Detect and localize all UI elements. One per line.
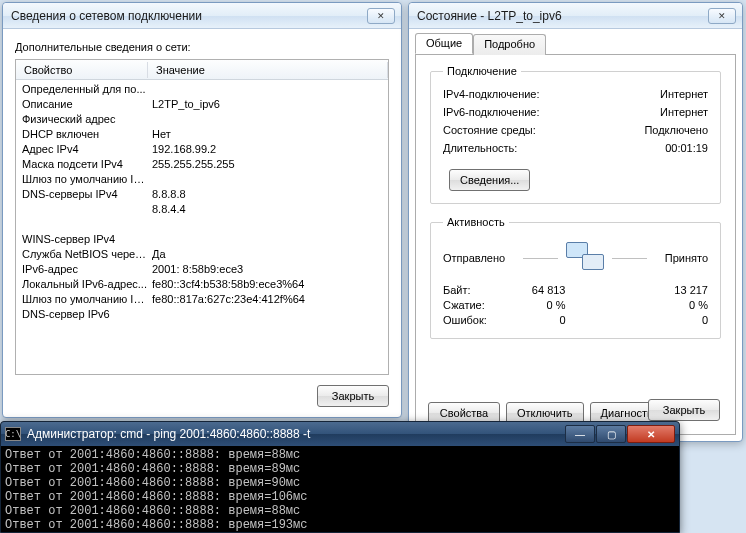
value-cell: fe80::3cf4:b538:58b9:ece3%64 — [148, 277, 388, 292]
property-cell: Шлюз по умолчанию IP... — [16, 172, 148, 187]
activity-legend: Активность — [443, 216, 509, 228]
value-cell: 8.8.4.4 — [148, 202, 388, 217]
window-title: Состояние - L2TP_to_ipv6 — [415, 9, 706, 23]
computers-icon — [564, 240, 606, 276]
errors-received: 0 — [646, 314, 709, 326]
maximize-icon[interactable]: ▢ — [596, 425, 626, 443]
cmd-title: Администратор: cmd - ping 2001:4860:4860… — [27, 427, 310, 441]
titlebar[interactable]: Состояние - L2TP_to_ipv6 ✕ — [409, 3, 742, 29]
connection-legend: Подключение — [443, 65, 521, 77]
tab-details[interactable]: Подробно — [473, 34, 546, 55]
property-cell: DNS-серверы IPv4 — [16, 187, 148, 202]
compression-label: Сжатие: — [443, 299, 513, 311]
property-cell: Маска подсети IPv4 — [16, 157, 148, 172]
table-row[interactable]: IPv6-адрес2001: 8:58b9:ece3 — [16, 262, 388, 277]
table-row[interactable]: DNS-серверы IPv48.8.8.8 — [16, 187, 388, 202]
value-cell: L2TP_to_ipv6 — [148, 97, 388, 112]
value-cell — [148, 82, 388, 97]
errors-sent: 0 — [513, 314, 576, 326]
media-value: Подключено — [593, 121, 708, 139]
ipv4-label: IPv4-подключение: — [443, 85, 593, 103]
table-row[interactable]: Физический адрес — [16, 112, 388, 127]
property-cell: Шлюз по умолчанию IP... — [16, 292, 148, 307]
close-icon[interactable]: ✕ — [367, 8, 395, 24]
bytes-label: Байт: — [443, 284, 513, 296]
value-cell: Нет — [148, 127, 388, 142]
value-cell — [148, 232, 388, 247]
property-cell — [16, 202, 148, 217]
duration-label: Длительность: — [443, 139, 593, 157]
table-row[interactable]: ОписаниеL2TP_to_ipv6 — [16, 97, 388, 112]
connection-group: Подключение IPv4-подключение:Интернет IP… — [430, 65, 721, 204]
property-cell: Служба NetBIOS через... — [16, 247, 148, 262]
close-button[interactable]: Закрыть — [317, 385, 389, 407]
property-cell: Физический адрес — [16, 112, 148, 127]
cmd-output: Ответ от 2001:4860:4860::8888: время=88м… — [1, 446, 679, 533]
property-cell: WINS-сервер IPv4 — [16, 232, 148, 247]
property-cell: Локальный IPv6-адрес... — [16, 277, 148, 292]
value-cell: 2001: 8:58b9:ece3 — [148, 262, 388, 277]
property-cell: Описание — [16, 97, 148, 112]
table-row[interactable]: Определенный для по... — [16, 82, 388, 97]
table-row[interactable]: WINS-сервер IPv4 — [16, 232, 388, 247]
list-header: Свойство Значение — [16, 60, 388, 80]
value-cell — [148, 172, 388, 187]
cmd-icon: C:\ — [5, 427, 21, 441]
window-title: Сведения о сетевом подключении — [9, 9, 365, 23]
value-cell: 8.8.8.8 — [148, 187, 388, 202]
status-window: Состояние - L2TP_to_ipv6 ✕ Общие Подробн… — [408, 2, 743, 442]
property-cell: IPv6-адрес — [16, 262, 148, 277]
ipv6-label: IPv6-подключение: — [443, 103, 593, 121]
cmd-window: C:\ Администратор: cmd - ping 2001:4860:… — [0, 421, 680, 533]
value-cell: fe80::817a:627c:23e4:412f%64 — [148, 292, 388, 307]
value-cell — [148, 307, 388, 322]
value-cell — [148, 112, 388, 127]
sent-label: Отправлено — [443, 252, 517, 264]
table-row[interactable]: Шлюз по умолчанию IP...fe80::817a:627c:2… — [16, 292, 388, 307]
property-cell: Определенный для по... — [16, 82, 148, 97]
value-cell: 192.168.99.2 — [148, 142, 388, 157]
minimize-icon[interactable]: — — [565, 425, 595, 443]
details-listbox: Свойство Значение Определенный для по...… — [15, 59, 389, 375]
network-details-window: Сведения о сетевом подключении ✕ Дополни… — [2, 2, 402, 418]
table-row[interactable]: Шлюз по умолчанию IP... — [16, 172, 388, 187]
activity-group: Активность Отправлено Принято Байт: 64 8… — [430, 216, 721, 339]
titlebar[interactable]: Сведения о сетевом подключении ✕ — [3, 3, 401, 29]
table-row[interactable]: DNS-сервер IPv6 — [16, 307, 388, 322]
cmd-titlebar[interactable]: C:\ Администратор: cmd - ping 2001:4860:… — [1, 422, 679, 446]
ipv6-value: Интернет — [593, 103, 708, 121]
close-icon[interactable]: ✕ — [627, 425, 675, 443]
tab-body: Подключение IPv4-подключение:Интернет IP… — [415, 55, 736, 435]
table-row[interactable]: Локальный IPv6-адрес...fe80::3cf4:b538:5… — [16, 277, 388, 292]
compression-received: 0 % — [646, 299, 709, 311]
table-row[interactable]: Служба NetBIOS через...Да — [16, 247, 388, 262]
blank-row — [16, 217, 388, 232]
close-icon[interactable]: ✕ — [708, 8, 736, 24]
table-row[interactable]: DHCP включенНет — [16, 127, 388, 142]
column-value[interactable]: Значение — [148, 62, 388, 78]
errors-label: Ошибок: — [443, 314, 513, 326]
bytes-sent: 64 813 — [513, 284, 576, 296]
table-row[interactable]: 8.8.4.4 — [16, 202, 388, 217]
tab-general[interactable]: Общие — [415, 33, 473, 54]
bytes-received: 13 217 — [646, 284, 709, 296]
tab-strip: Общие Подробно — [415, 33, 736, 55]
table-row[interactable]: Маска подсети IPv4255.255.255.255 — [16, 157, 388, 172]
property-cell: Адрес IPv4 — [16, 142, 148, 157]
property-cell: DHCP включен — [16, 127, 148, 142]
value-cell: 255.255.255.255 — [148, 157, 388, 172]
close-button[interactable]: Закрыть — [648, 399, 720, 421]
ipv4-value: Интернет — [593, 85, 708, 103]
duration-value: 00:01:19 — [593, 139, 708, 157]
compression-sent: 0 % — [513, 299, 576, 311]
property-cell: DNS-сервер IPv6 — [16, 307, 148, 322]
value-cell: Да — [148, 247, 388, 262]
received-label: Принято — [653, 252, 708, 264]
column-property[interactable]: Свойство — [16, 62, 148, 78]
media-label: Состояние среды: — [443, 121, 593, 139]
details-subheading: Дополнительные сведения о сети: — [15, 41, 389, 53]
table-row[interactable]: Адрес IPv4192.168.99.2 — [16, 142, 388, 157]
details-button[interactable]: Сведения... — [449, 169, 530, 191]
